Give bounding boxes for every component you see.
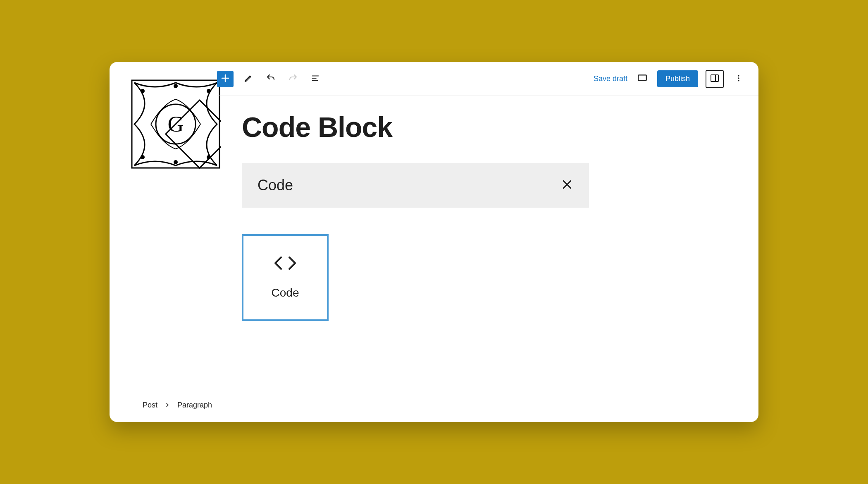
svg-point-13 xyxy=(738,75,739,76)
editor-content: Code Block Code xyxy=(217,96,758,422)
close-icon xyxy=(561,185,573,192)
svg-rect-10 xyxy=(638,75,646,80)
svg-text:G: G xyxy=(168,112,184,137)
edit-mode-button[interactable] xyxy=(241,72,256,86)
redo-button xyxy=(286,72,300,86)
editor-toolbar: Save draft Publish xyxy=(217,62,758,96)
plus-icon xyxy=(220,73,230,85)
editor-body: G xyxy=(110,62,758,422)
site-logo[interactable]: G xyxy=(130,79,221,170)
undo-icon xyxy=(266,73,276,85)
block-search-input[interactable]: Code xyxy=(258,177,293,194)
post-title[interactable]: Code Block xyxy=(242,111,758,143)
sidebar-icon xyxy=(710,73,720,85)
breadcrumb-current[interactable]: Paragraph xyxy=(177,401,212,410)
publish-button[interactable]: Publish xyxy=(657,70,698,87)
toolbar-right: Save draft Publish xyxy=(594,70,746,88)
save-draft-button[interactable]: Save draft xyxy=(594,74,627,83)
svg-point-9 xyxy=(174,160,178,164)
code-icon xyxy=(273,256,298,271)
block-search-bar[interactable]: Code xyxy=(242,163,589,208)
list-icon xyxy=(311,74,320,84)
breadcrumb: Post Paragraph xyxy=(143,401,212,410)
pencil-icon xyxy=(244,74,253,84)
svg-point-14 xyxy=(738,77,739,79)
clear-search-button[interactable] xyxy=(561,178,573,192)
logo-column: G xyxy=(110,62,217,422)
svg-point-15 xyxy=(738,80,739,81)
svg-point-8 xyxy=(174,84,178,88)
kebab-icon xyxy=(734,74,743,84)
undo-button[interactable] xyxy=(263,72,278,86)
desktop-icon xyxy=(637,73,648,85)
breadcrumb-root[interactable]: Post xyxy=(143,401,157,410)
more-options-button[interactable] xyxy=(731,72,746,86)
preview-button[interactable] xyxy=(635,72,650,86)
main-column: Save draft Publish xyxy=(217,62,758,422)
svg-rect-11 xyxy=(711,75,718,81)
document-outline-button[interactable] xyxy=(308,72,323,86)
block-result-code[interactable]: Code xyxy=(242,234,329,321)
editor-window: G xyxy=(110,62,758,422)
toolbar-left xyxy=(217,71,323,87)
block-result-label: Code xyxy=(272,286,299,300)
add-block-button[interactable] xyxy=(217,71,234,87)
redo-icon xyxy=(288,73,298,85)
chevron-right-icon xyxy=(165,401,170,410)
settings-sidebar-toggle[interactable] xyxy=(706,70,724,88)
